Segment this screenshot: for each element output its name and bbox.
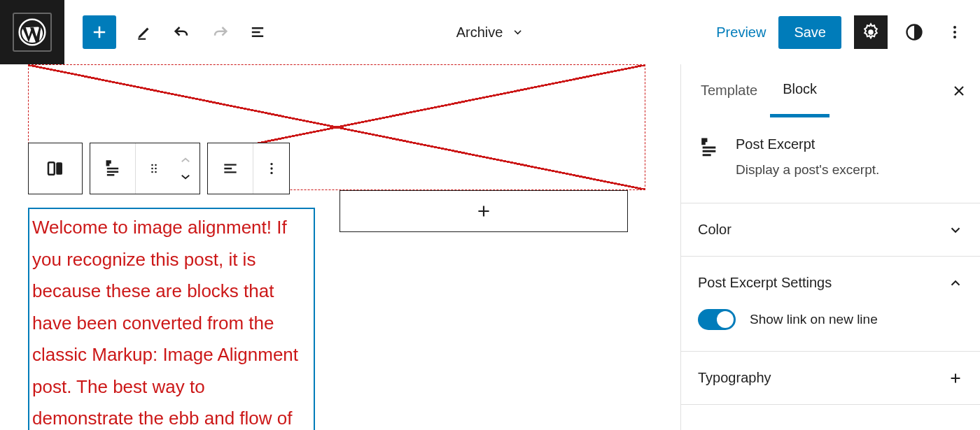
tab-block[interactable]: Block	[770, 65, 830, 117]
align-left-icon	[221, 159, 239, 178]
plus-icon	[475, 202, 493, 220]
more-vertical-icon	[264, 161, 279, 176]
more-menu-button[interactable]	[941, 18, 969, 46]
block-card-description: Display a post's excerpt.	[736, 162, 879, 178]
svg-point-9	[155, 164, 157, 166]
block-mover	[172, 143, 200, 194]
block-options-button[interactable]	[253, 143, 289, 194]
panel-settings: Post Excerpt Settings Show link on new l…	[681, 257, 980, 352]
post-excerpt-icon	[698, 136, 720, 159]
chevron-up-icon	[948, 275, 963, 291]
post-excerpt-icon	[103, 159, 122, 178]
svg-point-8	[151, 164, 153, 166]
save-button[interactable]: Save	[778, 16, 841, 49]
svg-point-4	[953, 31, 956, 34]
select-parent-button[interactable]	[29, 143, 82, 194]
editor-canvas[interactable]: Welcome to image alignment! If you recog…	[0, 64, 680, 430]
close-icon	[951, 83, 967, 99]
block-toolbar	[28, 143, 290, 194]
excerpt-text[interactable]: Welcome to image alignment! If you recog…	[32, 212, 311, 430]
svg-point-16	[270, 172, 272, 174]
add-block-button[interactable]	[83, 15, 116, 49]
tab-template[interactable]: Template	[688, 64, 770, 117]
gear-icon	[861, 22, 881, 42]
svg-point-11	[155, 168, 157, 170]
svg-point-1	[868, 29, 873, 34]
chevron-down-icon	[948, 222, 963, 238]
toolbar-group-parent	[28, 143, 83, 194]
svg-point-12	[151, 171, 153, 173]
post-excerpt-block[interactable]: Welcome to image alignment! If you recog…	[28, 208, 315, 430]
panel-color: Color	[681, 203, 980, 257]
wordpress-icon	[18, 18, 46, 46]
undo-button[interactable]	[172, 22, 192, 42]
column-appender[interactable]	[340, 190, 628, 232]
more-vertical-icon	[946, 24, 963, 41]
list-view-icon	[248, 22, 267, 42]
document-title-dropdown[interactable]: Archive	[456, 24, 524, 41]
svg-point-15	[270, 167, 272, 169]
styles-button[interactable]	[900, 18, 928, 46]
block-card: Post Excerpt Display a post's excerpt.	[681, 117, 980, 203]
settings-sidebar: Template Block Post Excerpt Display a po…	[680, 64, 980, 430]
undo-icon	[172, 22, 192, 42]
drag-icon	[147, 162, 161, 175]
redo-button[interactable]	[210, 22, 230, 42]
list-view-button[interactable]	[248, 22, 267, 42]
pencil-icon	[135, 23, 153, 41]
svg-point-14	[270, 163, 272, 165]
wordpress-logo[interactable]	[0, 0, 64, 64]
toggle-show-link-new-line[interactable]	[698, 309, 736, 330]
svg-point-13	[155, 171, 157, 173]
panel-header-settings[interactable]: Post Excerpt Settings	[681, 257, 980, 309]
show-link-new-line-row: Show link on new line	[698, 309, 963, 330]
panel-typography: Typography	[681, 352, 980, 405]
editor-header: Archive Preview Save	[0, 0, 980, 64]
block-card-title: Post Excerpt	[736, 136, 879, 152]
svg-point-3	[953, 26, 956, 29]
svg-point-5	[953, 36, 956, 38]
toggle-label: Show link on new line	[750, 312, 878, 327]
panel-header-color[interactable]: Color	[681, 203, 980, 256]
chevron-down-icon	[511, 26, 524, 38]
plus-icon	[90, 22, 109, 42]
panel-body-settings: Show link on new line	[681, 309, 980, 351]
edit-tool[interactable]	[134, 22, 154, 42]
panel-header-typography[interactable]: Typography	[681, 352, 980, 404]
preview-link[interactable]: Preview	[716, 24, 766, 41]
chevron-down-icon[interactable]	[179, 173, 192, 181]
editor-main: Welcome to image alignment! If you recog…	[0, 64, 980, 430]
columns-icon	[45, 158, 66, 179]
drag-handle[interactable]	[135, 143, 172, 194]
align-button[interactable]	[208, 143, 253, 194]
toolbar-group-block	[90, 143, 200, 194]
document-title: Archive	[456, 24, 503, 41]
contrast-icon	[904, 22, 924, 42]
sidebar-tabs: Template Block	[681, 64, 980, 117]
toolbar-group-align	[207, 143, 290, 194]
chevron-up-icon[interactable]	[179, 156, 192, 164]
svg-rect-7	[56, 162, 62, 175]
settings-button[interactable]	[854, 15, 888, 49]
svg-rect-6	[48, 162, 55, 175]
plus-icon	[948, 371, 963, 386]
svg-point-10	[151, 168, 153, 170]
block-type-button[interactable]	[90, 143, 135, 194]
close-sidebar-button[interactable]	[945, 77, 973, 105]
header-actions: Preview Save	[716, 15, 969, 49]
editor-tools	[134, 22, 267, 42]
redo-icon	[210, 22, 230, 42]
